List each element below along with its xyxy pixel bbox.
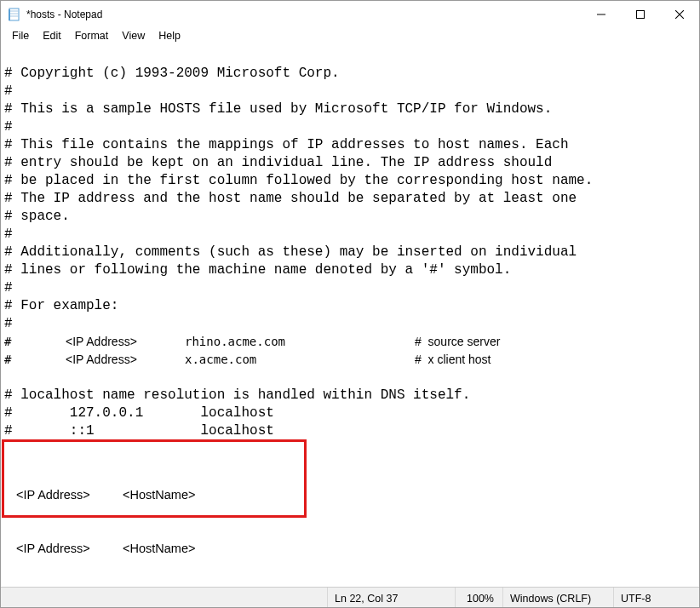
svg-rect-1 xyxy=(9,9,10,20)
menu-edit[interactable]: Edit xyxy=(37,29,67,43)
text-line: # Copyright (c) 1993-2009 Microsoft Corp… xyxy=(4,66,340,81)
text-line: # This is a sample HOSTS file used by Mi… xyxy=(4,101,552,117)
text-line: # be placed in the first column followed… xyxy=(4,173,593,188)
highlight-box: <IP Address> <HostName> <IP Address> <Ho… xyxy=(2,439,307,518)
svg-rect-0 xyxy=(9,9,19,20)
menu-file[interactable]: File xyxy=(6,29,35,43)
status-bar: Ln 22, Col 37 100% Windows (CRLF) UTF-8 xyxy=(1,587,699,607)
text-line: # entry should be kept on an individual … xyxy=(4,155,552,170)
text-line: # space. xyxy=(4,209,70,224)
ip-placeholder: <IP Address> xyxy=(16,486,123,504)
text-line: # xyxy=(4,316,13,331)
host-entry-row: <IP Address> <HostName> xyxy=(16,486,295,504)
text-line: # localhost name resolution is handled w… xyxy=(4,387,470,403)
host-placeholder: <HostName> xyxy=(123,540,195,558)
text-editor[interactable]: # Copyright (c) 1993-2009 Microsoft Corp… xyxy=(1,45,699,587)
window-title: *hosts - Notepad xyxy=(26,9,582,20)
text-line: # lines or following the machine name de… xyxy=(4,262,511,278)
menu-bar: File Edit Format View Help xyxy=(1,28,699,45)
menu-view[interactable]: View xyxy=(116,29,151,43)
text-line: # 127.0.0.1 localhost xyxy=(4,405,274,421)
ip-placeholder: <IP Address> xyxy=(16,540,123,558)
text-line: # xyxy=(4,280,13,295)
example-line: #<IP Address>rhino.acme.com# source serv… xyxy=(4,333,696,351)
text-line: # Additionally, comments (such as these)… xyxy=(4,244,577,260)
close-button[interactable] xyxy=(660,1,699,28)
text-line: # For example: xyxy=(4,298,118,313)
text-line: # ::1 localhost xyxy=(4,423,274,439)
svg-rect-2 xyxy=(637,11,645,19)
title-bar: *hosts - Notepad xyxy=(1,1,699,28)
text-line: # The IP address and the host name shoul… xyxy=(4,191,577,206)
menu-help[interactable]: Help xyxy=(152,29,186,43)
status-position: Ln 22, Col 37 xyxy=(328,588,456,607)
maximize-button[interactable] xyxy=(621,1,660,28)
example-line: #<IP Address>x.acme.com# x client host xyxy=(4,351,696,369)
status-encoding: UTF-8 xyxy=(614,588,699,607)
text-line: # xyxy=(4,227,13,242)
host-placeholder: <HostName> xyxy=(123,486,195,504)
status-line-ending: Windows (CRLF) xyxy=(503,588,614,607)
host-entry-row: <IP Address> <HostName> xyxy=(16,540,295,558)
minimize-button[interactable] xyxy=(582,1,621,28)
text-line: # xyxy=(4,83,13,99)
notepad-icon xyxy=(8,8,21,21)
text-line: # This file contains the mappings of IP … xyxy=(4,137,569,152)
status-zoom: 100% xyxy=(456,588,503,607)
menu-format[interactable]: Format xyxy=(69,29,115,43)
text-line: # xyxy=(4,119,13,135)
